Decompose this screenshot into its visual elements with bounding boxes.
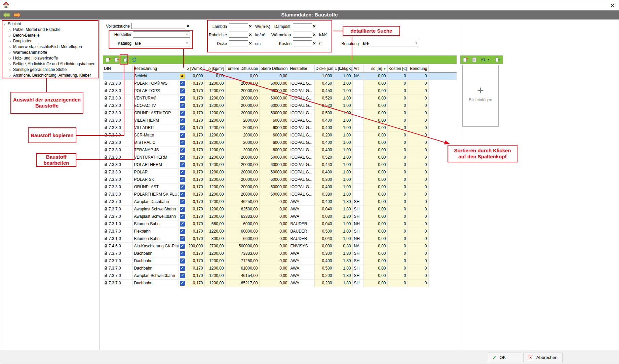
edit-icon[interactable]: [180, 258, 185, 264]
table-row[interactable]: 7.4.6.0Alu-Kaschierung GK-Platte200,0002…: [103, 242, 457, 250]
table-row[interactable]: 7.3.3.0MISTRAL C0,1701200,002000,006000,…: [103, 139, 457, 146]
tree-item-6[interactable]: ›Beläge, Abdichtstoffe und Abdichtungsba…: [3, 61, 98, 67]
hersteller-select[interactable]: ▼: [133, 31, 190, 38]
edit-icon[interactable]: [180, 111, 185, 116]
edit-icon[interactable]: [180, 88, 185, 93]
chevron-down-icon[interactable]: ▼: [487, 58, 490, 61]
column-header-2[interactable]: λ [W/mK]: [186, 65, 204, 72]
tree-item-4[interactable]: ›Wärmedämmstoffe: [3, 50, 98, 55]
table-row[interactable]: 7.3.3.0VENTURA®0,1701200,0020000,0060000…: [103, 94, 457, 102]
edit-icon[interactable]: [180, 207, 185, 212]
column-header-1[interactable]: Bezeichnung: [132, 65, 186, 72]
table-row[interactable]: 7.3.7.0Dachbahn0,1701200,0071250,000,00A…: [103, 257, 457, 265]
edit-icon[interactable]: [180, 214, 185, 219]
tree-root-schicht[interactable]: › Schicht: [3, 21, 98, 27]
edit-icon[interactable]: [180, 185, 185, 190]
export-icon[interactable]: [12, 11, 22, 18]
tree-item-8[interactable]: ›Anstriche, Beschichtung, Armierung, Kle…: [3, 73, 98, 78]
clear-icon[interactable]: ×: [249, 40, 252, 46]
table-row[interactable]: 7.3.3.0ECO-ACTIV0,1701200,0020000,006000…: [103, 102, 457, 109]
table-row[interactable]: 7.3.7.0Awaplast Schweißbahn0,1701200,006…: [103, 205, 457, 213]
edit-icon[interactable]: [180, 81, 185, 86]
edit-icon[interactable]: [180, 162, 185, 167]
close-icon[interactable]: ×: [611, 1, 615, 10]
column-header-9[interactable]: Art: [352, 65, 363, 72]
column-header-10[interactable]: sd [m]▼: [363, 65, 387, 72]
table-row[interactable]: 7.3.3.0POLAR TOP®0,1701200,0020000,00600…: [103, 87, 457, 94]
edit-icon[interactable]: [180, 118, 185, 123]
table-row[interactable]: 7.3.3.0POLARTHERM SK PLUS0,1701200,00200…: [103, 191, 457, 198]
column-header-5[interactable]: obere Diffusion: [259, 65, 289, 72]
table-row[interactable]: 7.3.7.0Dachbahn0,1701200,0061000,000,00A…: [103, 265, 457, 272]
edit-icon[interactable]: [180, 221, 185, 227]
table-row[interactable]: 7.3.7.0Dachbahn0,1701200,0065217,000,00A…: [103, 279, 457, 287]
tree-item-0[interactable]: ›Putze, Mörtel und Estriche: [3, 27, 98, 33]
table-row[interactable]: 7.3.7.0Awaplast Schweißbahn0,1701200,006…: [103, 213, 457, 220]
edit-icon[interactable]: [180, 236, 185, 241]
tree-item-1[interactable]: ›Beton-Bauteile: [3, 33, 98, 38]
table-row[interactable]: 7.3.1.0Bitumen-Bahn0,170800,006600,000,0…: [103, 235, 457, 242]
export-image-icon[interactable]: [495, 56, 501, 63]
table-row[interactable]: 7.3.3.0VILLATHERM0,1701200,002000,006000…: [103, 117, 457, 124]
edit-icon[interactable]: [180, 281, 185, 286]
table-row[interactable]: 7.3.1.0Bitumen-Bahn0,170660,006000,000,0…: [103, 220, 457, 228]
table-row[interactable]: 7.3.3.0POLAR TOP® WS0,1701200,0020000,00…: [103, 80, 457, 87]
edit-icon[interactable]: [180, 273, 185, 278]
report-icon[interactable]: [471, 56, 477, 63]
table-row[interactable]: 7.3.7.0Awaplan Schweißbahn0,1701200,0046…: [103, 272, 457, 279]
clear-icon[interactable]: ×: [187, 23, 190, 29]
table-row[interactable]: 7.3.3.0POLAR0,1701200,0020000,0060000,00…: [103, 168, 457, 176]
table-row[interactable]: 7.3.7.0Flexbahn0,1701220,0060000,000,00B…: [103, 228, 457, 235]
edit-icon[interactable]: [180, 251, 185, 256]
table-row[interactable]: 7.3.7.0Dachbahn0,1701200,0073333,000,00A…: [103, 250, 457, 257]
clear-icon[interactable]: ×: [313, 23, 316, 29]
table-row[interactable]: 7.3.3.0VENTURATHERM0,1701200,0020000,006…: [103, 154, 457, 161]
column-header-4[interactable]: untere Diffussion: [225, 65, 259, 72]
clear-icon[interactable]: ×: [313, 32, 316, 38]
clear-icon[interactable]: ×: [249, 32, 252, 38]
katalog-select[interactable]: alle▼: [133, 40, 190, 46]
kosten-input[interactable]: [293, 40, 312, 46]
table-row[interactable]: 7.3.3.0GRÜNPLAST® TOP0,1701200,0020000,0…: [103, 109, 457, 117]
dampdiff-input[interactable]: [293, 23, 312, 29]
edit-icon[interactable]: [180, 155, 185, 160]
edit-icon[interactable]: [180, 177, 185, 182]
image-placeholder[interactable]: + Bild einfügen: [462, 65, 499, 127]
import-icon[interactable]: [2, 11, 11, 18]
lambda-input[interactable]: [229, 23, 248, 29]
edit-icon[interactable]: [180, 125, 185, 130]
table-row-selected[interactable]: SchichtA0,0000,000,000,001,0001,00NA0,00…: [103, 72, 457, 80]
rohdichte-input[interactable]: [229, 32, 248, 38]
copy-icon[interactable]: [122, 56, 129, 63]
column-header-11[interactable]: Kosten [€]: [387, 65, 408, 72]
volltextsuche-input[interactable]: [131, 23, 185, 29]
table-row[interactable]: 7.3.3.0POLAR SK0,1701200,0020000,0060000…: [103, 176, 457, 183]
tree-item-3[interactable]: ›Mauerwerk, einschließlich Mörtelfugen: [3, 44, 98, 50]
table-row[interactable]: 7.3.3.0TERANAP JS0,1701200,002000,006000…: [103, 146, 457, 154]
column-header-8[interactable]: c [kJ/kgK]: [334, 65, 352, 72]
sort-icon[interactable]: [480, 56, 486, 63]
refresh-icon[interactable]: [131, 56, 138, 63]
column-header-7[interactable]: Dicke [cm]: [314, 65, 334, 72]
edit-icon[interactable]: [180, 244, 185, 249]
tree-item-2[interactable]: ›Bauplatten: [3, 38, 98, 44]
clear-icon[interactable]: ×: [313, 40, 316, 46]
edit-icon[interactable]: [180, 133, 185, 138]
edit-icon[interactable]: [180, 192, 185, 197]
cancel-button[interactable]: × Abbrechen: [524, 353, 563, 362]
column-header-12[interactable]: Benotung: [408, 65, 428, 72]
edit-icon[interactable]: [180, 148, 185, 153]
column-header-0[interactable]: DIN: [103, 65, 132, 72]
table-row[interactable]: 7.3.7.0Awaplan Dachbahn0,1701200,0046250…: [103, 198, 457, 205]
ok-button[interactable]: ✓ OK: [488, 353, 522, 362]
new-entry-icon[interactable]: [105, 56, 111, 63]
edit-icon[interactable]: [180, 140, 185, 145]
table-row[interactable]: 7.3.3.0SCR-Matte0,1701200,002000,006000,…: [103, 131, 457, 139]
edit-icon[interactable]: [180, 170, 185, 175]
tree-item-7[interactable]: ›Sonstige gebräuchliche Stoffe: [3, 67, 98, 73]
waermekap-input[interactable]: [293, 32, 312, 38]
table-row[interactable]: 7.3.3.0GRÜNPLAST0,1701200,0020000,006000…: [103, 183, 457, 191]
edit-icon[interactable]: [180, 266, 185, 271]
clear-icon[interactable]: ×: [249, 23, 252, 29]
edit-icon[interactable]: [180, 229, 185, 234]
